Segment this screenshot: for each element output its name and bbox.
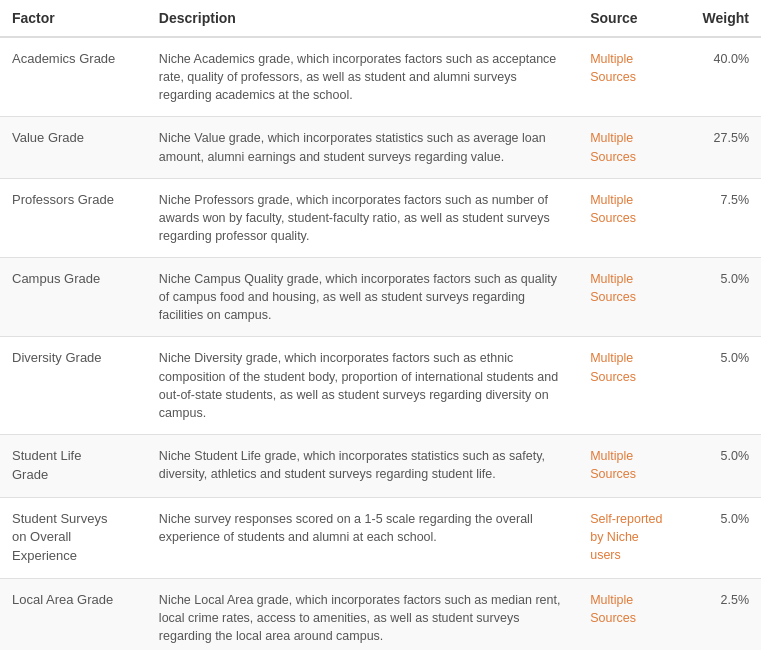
table-row: Value GradeNiche Value grade, which inco…: [0, 117, 761, 178]
table-row: Student Surveys on Overall ExperienceNic…: [0, 497, 761, 579]
factor-cell: Campus Grade: [0, 258, 147, 337]
weight-cell: 40.0%: [681, 37, 761, 117]
weight-cell: 5.0%: [681, 337, 761, 435]
table-row: Diversity GradeNiche Diversity grade, wh…: [0, 337, 761, 435]
description-cell: Niche Academics grade, which incorporate…: [147, 37, 578, 117]
source-cell[interactable]: Multiple Sources: [578, 337, 681, 435]
factor-cell: Academics Grade: [0, 37, 147, 117]
description-cell: Niche Value grade, which incorporates st…: [147, 117, 578, 178]
source-cell[interactable]: Multiple Sources: [578, 178, 681, 257]
factor-header: Factor: [0, 0, 147, 37]
factor-cell: Student Surveys on Overall Experience: [0, 497, 147, 579]
weight-cell: 5.0%: [681, 497, 761, 579]
table-row: Local Area GradeNiche Local Area grade, …: [0, 579, 761, 650]
weight-cell: 27.5%: [681, 117, 761, 178]
weight-header: Weight: [681, 0, 761, 37]
description-cell: Niche Diversity grade, which incorporate…: [147, 337, 578, 435]
weight-cell: 5.0%: [681, 434, 761, 497]
table-row: Student Life GradeNiche Student Life gra…: [0, 434, 761, 497]
source-header: Source: [578, 0, 681, 37]
weight-cell: 7.5%: [681, 178, 761, 257]
source-cell[interactable]: Multiple Sources: [578, 579, 681, 650]
description-header: Description: [147, 0, 578, 37]
factor-cell: Diversity Grade: [0, 337, 147, 435]
table-row: Professors GradeNiche Professors grade, …: [0, 178, 761, 257]
factor-cell: Student Life Grade: [0, 434, 147, 497]
table-row: Academics GradeNiche Academics grade, wh…: [0, 37, 761, 117]
factor-cell: Value Grade: [0, 117, 147, 178]
description-cell: Niche Student Life grade, which incorpor…: [147, 434, 578, 497]
weight-cell: 5.0%: [681, 258, 761, 337]
factor-cell: Professors Grade: [0, 178, 147, 257]
description-cell: Niche Local Area grade, which incorporat…: [147, 579, 578, 650]
description-cell: Niche Campus Quality grade, which incorp…: [147, 258, 578, 337]
source-cell[interactable]: Multiple Sources: [578, 258, 681, 337]
table-row: Campus GradeNiche Campus Quality grade, …: [0, 258, 761, 337]
source-cell[interactable]: Self-reported by Niche users: [578, 497, 681, 579]
source-cell[interactable]: Multiple Sources: [578, 37, 681, 117]
factor-cell: Local Area Grade: [0, 579, 147, 650]
description-cell: Niche Professors grade, which incorporat…: [147, 178, 578, 257]
source-cell[interactable]: Multiple Sources: [578, 434, 681, 497]
description-cell: Niche survey responses scored on a 1-5 s…: [147, 497, 578, 579]
source-cell[interactable]: Multiple Sources: [578, 117, 681, 178]
weight-cell: 2.5%: [681, 579, 761, 650]
